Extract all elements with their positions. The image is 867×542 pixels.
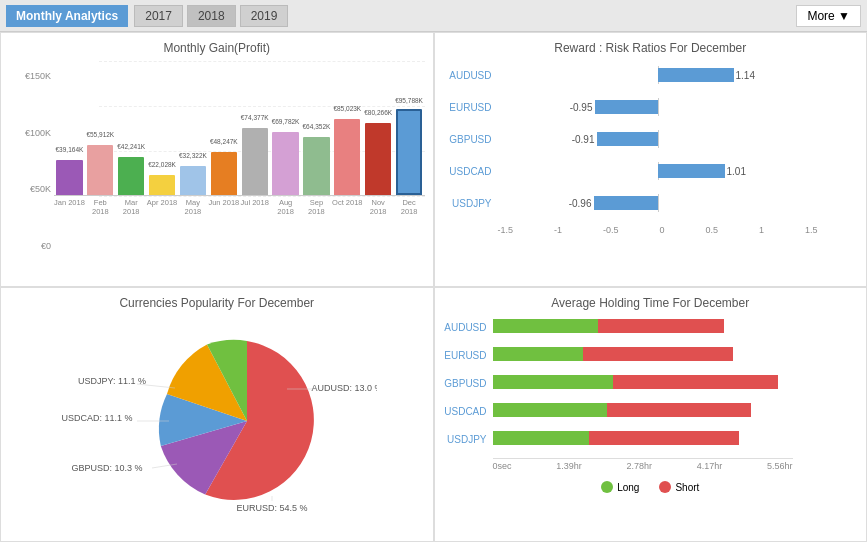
ht-label-usdcad: USDCAD xyxy=(443,406,493,417)
more-button[interactable]: More ▼ xyxy=(796,5,861,27)
svg-text:EURUSD: 54.5 %: EURUSD: 54.5 % xyxy=(236,503,307,513)
legend-short: Short xyxy=(659,481,699,493)
reward-risk-title: Reward : Risk Ratios For December xyxy=(443,41,859,55)
bar-dec: €95,788K xyxy=(394,109,425,195)
svg-text:USDCAD: 11.1 %: USDCAD: 11.1 % xyxy=(61,413,132,423)
ht-label-gbpusd: GBPUSD xyxy=(443,378,493,389)
bar-oct: €85,023K xyxy=(332,119,363,195)
y-axis: €150K €100K €50K €0 xyxy=(9,71,51,251)
short-dot xyxy=(659,481,671,493)
bar-jul: €74,377K xyxy=(239,128,270,195)
ht-label-eurusd: EURUSD xyxy=(443,350,493,361)
rr-label-audusd: AUDUSD xyxy=(443,70,498,81)
rr-chart: AUDUSD 1.14 EURUSD -0.95 GBPUSD xyxy=(443,65,859,235)
rr-label-usdjpy: USDJPY xyxy=(443,198,498,209)
legend-short-label: Short xyxy=(675,482,699,493)
legend-long: Long xyxy=(601,481,639,493)
year-tab-2017[interactable]: 2017 xyxy=(134,5,183,27)
rr-label-gbpusd: GBPUSD xyxy=(443,134,498,145)
bar-may: €32,322K xyxy=(178,166,209,195)
bar-feb: €55,912K xyxy=(85,145,116,195)
bar-chart: €39,164K €55,912K €42,241K xyxy=(54,61,425,196)
bar-jun: €48,247K xyxy=(208,152,239,195)
currencies-popularity-title: Currencies Popularity For December xyxy=(9,296,425,310)
monthly-gain-panel: Monthly Gain(Profit) €150K €100K €50K €0… xyxy=(0,32,434,287)
year-tab-2019[interactable]: 2019 xyxy=(240,5,289,27)
svg-text:AUDUSD: 13.0 %: AUDUSD: 13.0 % xyxy=(311,383,377,393)
year-tab-2018[interactable]: 2018 xyxy=(187,5,236,27)
ht-label-usdjpy: USDJPY xyxy=(443,434,493,445)
legend: Long Short xyxy=(443,477,859,497)
rr-label-eurusd: EURUSD xyxy=(443,102,498,113)
ht-chart: AUDUSD EURUSD GBPUSD xyxy=(443,318,859,471)
legend-long-label: Long xyxy=(617,482,639,493)
x-axis-labels: Jan 2018 Feb 2018 Mar 2018 Apr 2018 May … xyxy=(54,198,425,216)
bar-jan: €39,164K xyxy=(54,160,85,195)
reward-risk-panel: Reward : Risk Ratios For December AUDUSD… xyxy=(434,32,868,287)
rr-label-usdcad: USDCAD xyxy=(443,166,498,177)
bar-apr: €22,028K xyxy=(147,175,178,195)
monthly-gain-title: Monthly Gain(Profit) xyxy=(9,41,425,55)
svg-text:USDJPY: 11.1 %: USDJPY: 11.1 % xyxy=(78,376,146,386)
top-bar: Monthly Analytics 2017 2018 2019 More ▼ xyxy=(0,0,867,32)
svg-line-7 xyxy=(137,384,175,388)
bar-nov: €80,266K xyxy=(363,123,394,195)
currencies-popularity-panel: Currencies Popularity For December AUDUS… xyxy=(0,287,434,542)
ht-label-audusd: AUDUSD xyxy=(443,322,493,333)
ht-x-axis: 0sec 1.39hr 2.78hr 4.17hr 5.56hr xyxy=(493,458,793,471)
bar-mar: €42,241K xyxy=(116,157,147,195)
pie-chart: AUDUSD: 13.0 % GBPUSD: 10.3 % USDCAD: 11… xyxy=(9,316,425,526)
bar-sep: €64,352K xyxy=(301,137,332,195)
rr-x-axis: -1.5 -1 -0.5 0 0.5 1 1.5 xyxy=(498,225,818,235)
holding-time-panel: Average Holding Time For December AUDUSD… xyxy=(434,287,868,542)
holding-time-title: Average Holding Time For December xyxy=(443,296,859,310)
svg-text:GBPUSD: 10.3 %: GBPUSD: 10.3 % xyxy=(71,463,142,473)
app-title: Monthly Analytics xyxy=(6,5,128,27)
bar-aug: €69,782K xyxy=(270,132,301,195)
long-dot xyxy=(601,481,613,493)
